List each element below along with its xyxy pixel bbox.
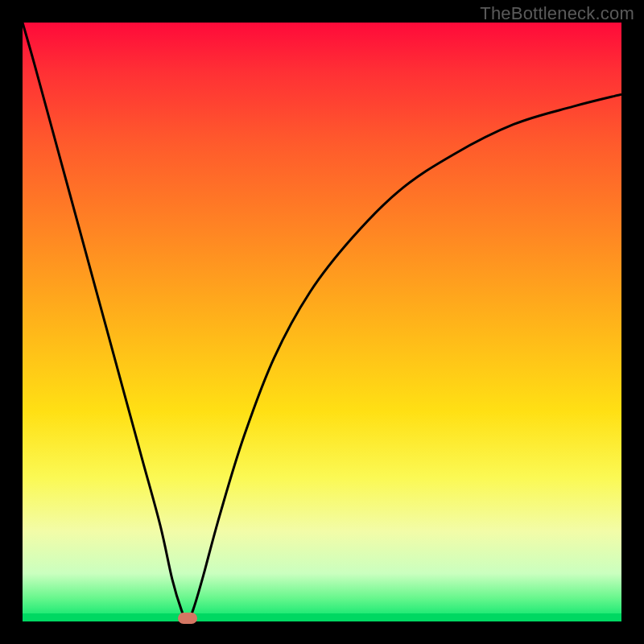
watermark-text: TheBottleneck.com <box>480 3 634 24</box>
minimum-marker <box>178 613 197 624</box>
bottleneck-curve <box>23 23 621 621</box>
gradient-floor <box>23 613 621 621</box>
chart-container: TheBottleneck.com <box>0 0 644 644</box>
curve-line <box>23 23 621 621</box>
plot-area <box>23 23 621 621</box>
